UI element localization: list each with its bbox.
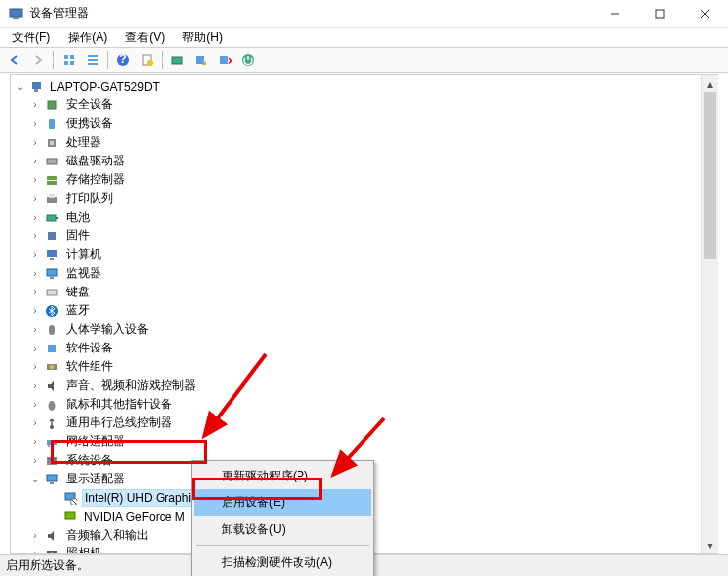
title-bar: 设备管理器 [0, 0, 728, 28]
category-label: 音频输入和输出 [64, 526, 151, 544]
expand-icon[interactable]: › [29, 398, 42, 412]
collapse-icon[interactable]: ⌄ [29, 473, 42, 486]
ctx-update-driver[interactable]: 更新驱动程序(P) [194, 463, 371, 489]
svg-text:?: ? [119, 53, 126, 66]
uninstall-icon[interactable]: × [214, 49, 235, 71]
expand-icon[interactable]: › [29, 248, 42, 262]
scroll-thumb[interactable] [704, 92, 716, 259]
battery-icon [44, 210, 60, 225]
menu-action[interactable]: 操作(A) [60, 28, 115, 48]
root-node[interactable]: ⌄ LAPTOP-GAT529DT [11, 77, 717, 96]
properties-icon[interactable] [136, 49, 158, 71]
category-label: 固件 [64, 226, 92, 245]
expand-icon[interactable]: › [29, 155, 42, 168]
category-node[interactable]: ›鼠标和其他指针设备 [11, 395, 717, 414]
close-button[interactable] [683, 0, 728, 28]
svg-rect-0 [10, 9, 22, 17]
category-node[interactable]: ›计算机 [11, 245, 717, 264]
ctx-enable-device[interactable]: 启用设备(E) [194, 489, 371, 516]
update-driver-icon[interactable] [190, 49, 212, 71]
expand-icon[interactable]: › [29, 229, 42, 243]
maximize-button[interactable] [637, 0, 683, 28]
menu-file[interactable]: 文件(F) [4, 28, 58, 48]
enable-icon[interactable] [237, 49, 259, 71]
svg-rect-57 [65, 512, 75, 519]
portable-icon [44, 116, 60, 132]
hid-icon [44, 322, 60, 338]
menu-help[interactable]: 帮助(H) [174, 28, 231, 48]
category-label: 网络适配器 [64, 432, 127, 451]
svg-rect-19 [220, 56, 228, 64]
toolbar-separator [53, 51, 54, 69]
expand-icon[interactable]: › [29, 267, 42, 281]
category-node[interactable]: ›监视器 [11, 264, 717, 283]
scan-icon[interactable] [166, 49, 188, 71]
category-node[interactable]: ›网络适配器 [11, 432, 717, 451]
forward-button[interactable] [28, 49, 49, 71]
root-label: LAPTOP-GAT529DT [48, 79, 162, 95]
category-node[interactable]: ›存储控制器 [11, 170, 717, 189]
vertical-scrollbar[interactable]: ▴ ▾ [701, 75, 718, 553]
expand-icon[interactable]: › [29, 192, 42, 206]
keyboard-icon [44, 285, 60, 300]
menu-view[interactable]: 查看(V) [117, 28, 172, 48]
category-node[interactable]: ›安全设备 [11, 96, 717, 114]
bluetooth-icon [44, 303, 60, 319]
expand-icon[interactable]: › [29, 379, 42, 393]
category-label: 通用串行总线控制器 [64, 414, 174, 432]
scroll-down-icon[interactable]: ▾ [702, 537, 718, 553]
category-node[interactable]: ›声音、视频和游戏控制器 [11, 376, 717, 395]
expand-icon[interactable]: › [29, 304, 42, 318]
ctx-uninstall-device[interactable]: 卸载设备(U) [194, 516, 371, 543]
ctx-scan-hardware[interactable]: 扫描检测硬件改动(A) [194, 549, 371, 576]
category-node[interactable]: ›蓝牙 [11, 301, 717, 320]
category-node[interactable]: ›键盘 [11, 283, 717, 301]
expand-icon[interactable]: › [29, 173, 42, 187]
svg-point-16 [147, 60, 153, 66]
expand-icon[interactable]: › [29, 211, 42, 224]
category-node[interactable]: ›通用串行总线控制器 [11, 414, 717, 432]
expand-icon[interactable]: › [29, 435, 42, 449]
context-menu: 更新驱动程序(P) 启用设备(E) 卸载设备(U) 扫描检测硬件改动(A) 属性… [191, 460, 374, 576]
expand-icon[interactable]: › [29, 117, 42, 131]
category-node[interactable]: ›便携设备 [11, 114, 717, 133]
svg-rect-25 [49, 119, 55, 129]
category-label: 软件设备 [64, 339, 115, 357]
expand-icon[interactable]: › [29, 454, 42, 468]
system-icon [44, 453, 60, 469]
expand-icon[interactable]: › [29, 136, 42, 150]
view-details-icon[interactable] [82, 49, 103, 71]
category-node[interactable]: ›人体学输入设备 [11, 320, 717, 339]
category-label: 监视器 [64, 264, 103, 283]
expand-icon[interactable]: › [29, 416, 42, 430]
category-node[interactable]: ›固件 [11, 226, 717, 245]
expand-icon[interactable]: › [29, 286, 42, 299]
view-icon[interactable] [58, 49, 80, 71]
expand-icon[interactable]: › [29, 529, 42, 543]
minimize-button[interactable] [592, 0, 637, 28]
toolbar: ? × [0, 47, 728, 73]
scroll-up-icon[interactable]: ▴ [702, 75, 718, 92]
category-node[interactable]: ›磁盘驱动器 [11, 152, 717, 170]
category-node[interactable]: ›处理器 [11, 133, 717, 152]
category-node[interactable]: ›软件组件 [11, 357, 717, 376]
expand-icon[interactable]: › [29, 323, 42, 337]
audio-icon [44, 528, 60, 544]
svg-rect-27 [50, 141, 54, 145]
category-node[interactable]: ›电池 [11, 208, 717, 226]
expand-icon[interactable]: › [29, 360, 42, 374]
expand-icon[interactable]: › [29, 342, 42, 355]
category-label: 磁盘驱动器 [64, 152, 127, 170]
disk-icon [44, 154, 60, 169]
svg-rect-53 [47, 475, 57, 481]
category-node[interactable]: ›软件设备 [11, 339, 717, 357]
expand-icon[interactable]: › [29, 547, 42, 555]
help-icon[interactable]: ? [112, 49, 134, 71]
category-node[interactable]: ›打印队列 [11, 189, 717, 208]
display-icon [44, 472, 60, 487]
expand-icon[interactable]: › [29, 98, 42, 112]
collapse-icon[interactable]: ⌄ [13, 80, 27, 94]
category-label: 计算机 [64, 245, 103, 264]
menu-bar: 文件(F) 操作(A) 查看(V) 帮助(H) [0, 28, 728, 47]
back-button[interactable] [4, 49, 26, 71]
